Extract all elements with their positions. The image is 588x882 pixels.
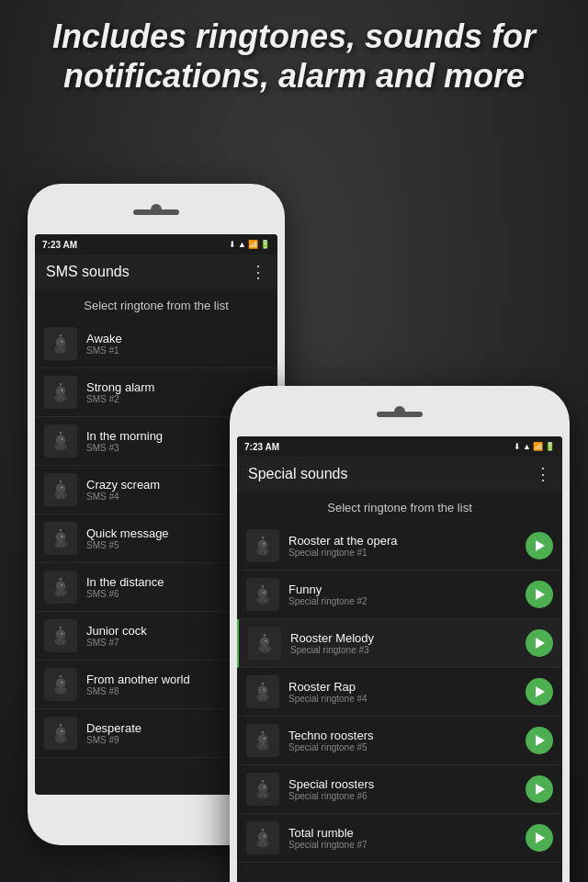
status-icons-left: ⬇ ▲ 📶 🔋 <box>229 240 270 249</box>
play-button[interactable] <box>526 775 553 803</box>
item-icon <box>44 668 77 701</box>
list-item[interactable]: Funny Special ringtone #2 <box>237 571 562 619</box>
menu-dots-right[interactable]: ⋮ <box>535 464 551 484</box>
list-item[interactable]: Rooster Rap Special ringtone #4 <box>237 668 562 717</box>
list-item[interactable]: Special roosters Special ringtone #6 <box>237 765 562 814</box>
svg-marker-74 <box>262 683 265 685</box>
svg-marker-32 <box>60 578 62 581</box>
svg-point-69 <box>266 640 267 642</box>
svg-marker-56 <box>262 537 265 539</box>
item-name: Rooster Rap <box>288 680 526 694</box>
svg-point-15 <box>62 438 63 440</box>
item-info: Rooster at the opera Special ringtone #1 <box>288 534 526 558</box>
item-sub: Special ringtone #6 <box>288 791 526 801</box>
item-icon <box>246 724 279 757</box>
list-subtitle-right: Select ringtone from the list <box>237 492 562 522</box>
item-icon <box>44 571 77 604</box>
item-sub: Special ringtone #1 <box>288 548 526 558</box>
app-title-left: SMS sounds <box>46 264 130 280</box>
svg-marker-38 <box>60 627 62 629</box>
item-name: Rooster Melody <box>290 631 526 645</box>
item-name: Strong alarm <box>86 380 268 394</box>
phone-camera-right <box>394 406 405 417</box>
status-icons-right: ⬇ ▲ 📶 🔋 <box>514 442 555 451</box>
status-bar-right: 7:23 AM ⬇ ▲ 📶 🔋 <box>237 436 562 457</box>
svg-marker-26 <box>60 529 62 532</box>
item-sub: Special ringtone #2 <box>288 596 526 606</box>
item-sub: Special ringtone #7 <box>288 840 526 850</box>
item-icon <box>246 821 279 854</box>
menu-dots-left[interactable]: ⋮ <box>250 262 266 282</box>
svg-point-81 <box>264 738 266 740</box>
svg-marker-20 <box>60 481 62 483</box>
svg-marker-44 <box>60 675 62 678</box>
item-icon <box>248 627 281 660</box>
play-button[interactable] <box>526 678 553 706</box>
item-sub: SMS #1 <box>86 345 268 356</box>
item-info: Funny Special ringtone #2 <box>288 582 526 606</box>
item-name: Awake <box>86 332 268 345</box>
item-name: Total rumble <box>288 826 526 840</box>
item-icon <box>44 522 77 555</box>
item-icon <box>44 376 77 409</box>
item-icon <box>246 773 279 806</box>
item-name: Rooster at the opera <box>288 534 526 548</box>
item-name: Special roosters <box>288 777 526 791</box>
item-sub: Special ringtone #3 <box>290 645 526 655</box>
list-subtitle-left: Select ringtone from the list <box>35 289 277 320</box>
item-info: Special roosters Special ringtone #6 <box>288 777 526 801</box>
ringtone-list-right: Rooster at the opera Special ringtone #1… <box>237 522 562 863</box>
play-button[interactable] <box>526 727 553 754</box>
svg-point-33 <box>62 584 63 586</box>
svg-point-39 <box>62 633 63 635</box>
item-sub: Special ringtone #4 <box>288 694 526 704</box>
play-button[interactable] <box>526 824 553 852</box>
app-header-right: Special sounds ⋮ <box>237 457 562 492</box>
phone-camera-left <box>151 204 162 215</box>
item-icon <box>44 327 77 360</box>
svg-marker-2 <box>60 334 62 337</box>
list-item[interactable]: Total rumble Special ringtone #7 <box>237 814 562 863</box>
svg-marker-86 <box>262 780 265 783</box>
svg-marker-62 <box>262 585 265 588</box>
svg-point-57 <box>264 543 266 545</box>
svg-point-3 <box>62 341 63 343</box>
item-icon <box>44 717 77 750</box>
svg-point-45 <box>62 682 63 684</box>
svg-point-75 <box>264 689 266 691</box>
svg-marker-80 <box>262 731 265 734</box>
svg-point-51 <box>62 730 63 732</box>
svg-marker-92 <box>262 829 265 831</box>
list-item[interactable]: Rooster at the opera Special ringtone #1 <box>237 522 562 571</box>
status-time-right: 7:23 AM <box>244 442 279 452</box>
item-icon <box>44 473 77 506</box>
item-icon <box>246 675 279 708</box>
list-item[interactable]: Rooster Melody Special ringtone #3 <box>237 619 562 668</box>
play-button[interactable] <box>526 629 553 657</box>
phone-right: 7:23 AM ⬇ ▲ 📶 🔋 Special sounds ⋮ Select … <box>230 386 570 882</box>
list-item[interactable]: Techno roosters Special ringtone #5 <box>237 717 562 765</box>
item-icon <box>246 578 279 611</box>
item-info: Rooster Rap Special ringtone #4 <box>288 680 526 704</box>
item-info: Awake SMS #1 <box>86 332 268 356</box>
item-name: Funny <box>288 582 526 596</box>
svg-point-27 <box>62 536 63 537</box>
svg-marker-68 <box>264 634 266 637</box>
play-button[interactable] <box>526 581 553 608</box>
item-icon <box>44 619 77 652</box>
svg-marker-14 <box>60 432 62 435</box>
headline-text: Includes ringtones, sounds for notificat… <box>0 17 588 96</box>
phone-screen-right: 7:23 AM ⬇ ▲ 📶 🔋 Special sounds ⋮ Select … <box>237 436 562 882</box>
item-icon <box>246 529 279 562</box>
play-button[interactable] <box>526 532 553 560</box>
svg-marker-50 <box>60 724 62 727</box>
item-sub: Special ringtone #5 <box>288 742 526 752</box>
item-info: Total rumble Special ringtone #7 <box>288 826 526 850</box>
svg-point-21 <box>62 487 63 489</box>
list-item[interactable]: Awake SMS #1 <box>35 320 277 368</box>
svg-point-87 <box>264 786 266 788</box>
svg-point-63 <box>264 592 266 594</box>
svg-point-9 <box>62 390 63 391</box>
status-bar-left: 7:23 AM ⬇ ▲ 📶 🔋 <box>35 234 277 254</box>
item-icon <box>44 424 77 458</box>
